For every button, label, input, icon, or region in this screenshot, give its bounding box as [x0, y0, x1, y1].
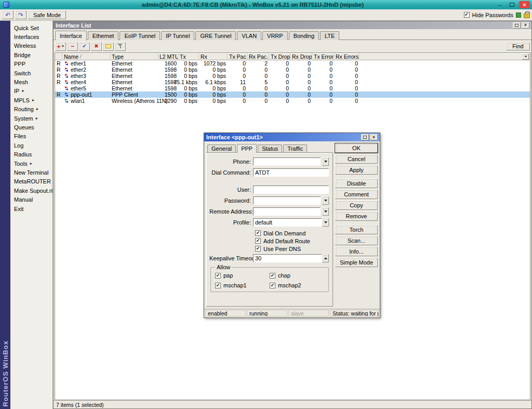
sidebar-item-manual[interactable]: Manual	[10, 195, 52, 204]
dialog-tab-general[interactable]: General	[207, 144, 236, 152]
sidebar-item-system[interactable]: System▸	[10, 114, 52, 123]
tab-lte[interactable]: LTE	[320, 31, 339, 40]
maximize-button[interactable]	[507, 1, 517, 8]
safe-mode-button[interactable]: Safe Mode	[28, 10, 66, 19]
tab-ip-tunnel[interactable]: IP Tunnel	[161, 31, 194, 40]
dialog-tab-traffic[interactable]: Traffic	[283, 144, 307, 152]
profile-dropdown-button[interactable]	[322, 218, 329, 227]
password-input[interactable]	[253, 196, 321, 205]
tab-interface[interactable]: Interface	[55, 31, 87, 40]
table-row-ppp-out1[interactable]: Rppp-out1PPP Client15000 bps0 bps000000	[55, 91, 530, 98]
dialog-close-button[interactable]: ×	[370, 134, 378, 140]
dial-on-demand-checkbox[interactable]	[255, 230, 261, 236]
sidebar-item-mesh[interactable]: Mesh	[10, 77, 52, 86]
dialog-tab-status[interactable]: Status	[258, 144, 282, 152]
sidebar-item-make-supout-rif[interactable]: Make Supout.rif	[10, 186, 52, 195]
hide-passwords-checkbox[interactable]	[464, 12, 470, 18]
sidebar-item-bridge[interactable]: Bridge	[10, 50, 52, 59]
comment-button[interactable]: Comment	[335, 190, 378, 199]
undo-button[interactable]: ↶	[2, 10, 14, 19]
table-row-ether4[interactable]: Rether4Ethernet159875.1 kbps6.1 kbps1150…	[55, 79, 530, 85]
sidebar-item-switch[interactable]: Switch	[10, 69, 52, 77]
keepalive-input[interactable]	[253, 254, 322, 262]
tab-eoip-tunnel[interactable]: EoIP Tunnel	[119, 31, 160, 40]
column-header-rxd[interactable]: Rx Drops	[290, 53, 312, 60]
column-header-l2mtu[interactable]: L2 MTU	[158, 53, 178, 60]
redo-button[interactable]: ↷	[15, 10, 26, 19]
tab-bonding[interactable]: Bonding	[289, 31, 319, 40]
use-peer-dns-checkbox[interactable]	[255, 246, 261, 252]
scan-button[interactable]: Scan...	[335, 236, 378, 245]
table-row-ether1[interactable]: Rether1Ethernet16000 bps1072 bps020000	[55, 60, 530, 67]
column-header-txp[interactable]: Tx Pac...	[228, 53, 247, 60]
simple-mode-button[interactable]: Simple Mode	[335, 258, 378, 267]
copy-button[interactable]: Copy	[335, 201, 378, 210]
sidebar-item-files[interactable]: Files	[10, 132, 52, 141]
remove-interface-button[interactable]: −	[67, 42, 78, 51]
column-header-type[interactable]: Type	[110, 53, 158, 60]
user-input[interactable]	[253, 186, 329, 194]
close-button[interactable]: ×	[519, 1, 530, 8]
column-header-rxp[interactable]: Rx Pac...	[247, 53, 269, 60]
interface-list-restore-button[interactable]	[513, 22, 521, 29]
sidebar-item-queues[interactable]: Queues	[10, 123, 52, 131]
profile-input[interactable]	[253, 218, 322, 227]
phone-dropdown-button[interactable]	[322, 157, 329, 166]
allow-pap-checkbox[interactable]	[215, 273, 221, 279]
table-row-ether3[interactable]: Rether3Ethernet15980 bps0 bps000000	[55, 73, 530, 79]
column-header-txd[interactable]: Tx Drops	[269, 53, 290, 60]
phone-input[interactable]	[253, 157, 321, 166]
ok-button[interactable]: OK	[335, 143, 378, 153]
remote-address-input[interactable]	[253, 207, 321, 216]
apply-button[interactable]: Apply	[335, 165, 378, 175]
column-header-rx[interactable]: Rx	[199, 53, 228, 60]
table-row-wlan1[interactable]: wlan1Wireless (Atheros 11N)22900 bps0 bp…	[55, 98, 530, 104]
dialog-tab-ppp[interactable]: PPP	[237, 144, 257, 153]
dial-command-input[interactable]	[253, 168, 329, 177]
add-interface-button[interactable]: +	[55, 42, 66, 51]
column-header-tx[interactable]: Tx	[178, 53, 199, 60]
sidebar-item-quick-set[interactable]: Quick Set	[10, 23, 52, 32]
remote-address-dropdown-button[interactable]	[322, 207, 329, 216]
comment-button[interactable]	[103, 42, 114, 51]
sidebar-item-ip[interactable]: IP▸	[10, 87, 52, 96]
column-select-button[interactable]	[522, 54, 529, 60]
sidebar-item-log[interactable]: Log	[10, 141, 52, 150]
minimize-button[interactable]: –	[494, 1, 505, 8]
remove-button[interactable]: Remove	[335, 212, 378, 221]
filter-button[interactable]	[115, 42, 126, 51]
sidebar-item-tools[interactable]: Tools▸	[10, 159, 52, 168]
column-header-txe[interactable]: Tx Errors	[312, 53, 334, 60]
column-header-rxe[interactable]: Rx Errors	[334, 53, 360, 60]
tab-gre-tunnel[interactable]: GRE Tunnel	[195, 31, 236, 40]
sidebar-item-radius[interactable]: Radius	[10, 150, 52, 159]
interface-list-close-button[interactable]: ×	[522, 22, 529, 29]
allow-mschap2-checkbox[interactable]	[270, 283, 275, 288]
sidebar-item-exit[interactable]: Exit	[10, 204, 52, 213]
sidebar-item-routing[interactable]: Routing▸	[10, 105, 52, 114]
tab-ethernet[interactable]: Ethernet	[88, 31, 119, 40]
cancel-button[interactable]: Cancel	[335, 154, 378, 164]
tab-vlan[interactable]: VLAN	[237, 31, 261, 40]
column-header-name[interactable]: Name/	[62, 53, 110, 60]
sidebar-item-mpls[interactable]: MPLS▸	[10, 96, 52, 104]
disable-button[interactable]: Disable	[335, 179, 378, 188]
allow-mschap1-checkbox[interactable]	[215, 283, 221, 288]
dialog-restore-button[interactable]	[361, 134, 369, 140]
table-row-ether5[interactable]: ether5Ethernet15980 bps0 bps000000	[55, 85, 530, 91]
sidebar-item-new-terminal[interactable]: New Terminal	[10, 168, 52, 177]
sidebar-item-wireless[interactable]: Wireless	[10, 42, 52, 50]
disable-interface-button[interactable]: ✖	[91, 42, 102, 51]
torch-button[interactable]: Torch	[335, 225, 378, 234]
enable-interface-button[interactable]: ✔	[79, 42, 90, 51]
sidebar-item-ppp[interactable]: PPP	[10, 60, 52, 69]
keepalive-up-button[interactable]	[322, 254, 329, 262]
column-header-flag[interactable]	[55, 53, 62, 60]
password-dropdown-button[interactable]	[322, 196, 329, 205]
sidebar-item-interfaces[interactable]: Interfaces	[10, 32, 52, 41]
allow-chap-checkbox[interactable]	[270, 273, 275, 279]
tab-vrrp[interactable]: VRRP	[262, 31, 288, 40]
find-button[interactable]: Find	[506, 42, 530, 50]
table-row-ether2[interactable]: Rether2Ethernet15980 bps0 bps000000	[55, 67, 530, 73]
info-button[interactable]: Info...	[335, 247, 378, 256]
